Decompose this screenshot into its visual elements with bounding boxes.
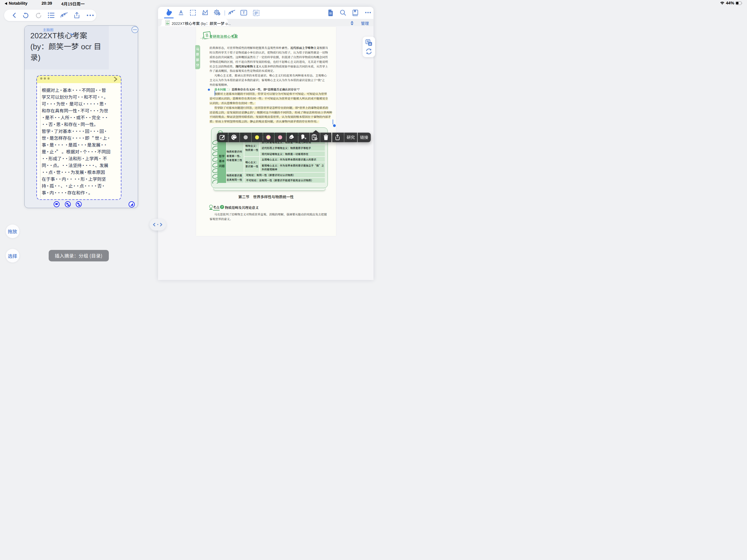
svg-text:T: T	[243, 11, 245, 15]
svg-text:7: 7	[221, 206, 223, 209]
svg-text:A: A	[369, 43, 371, 46]
svg-text:A: A	[179, 9, 183, 15]
svg-text:8: 8	[205, 32, 208, 38]
